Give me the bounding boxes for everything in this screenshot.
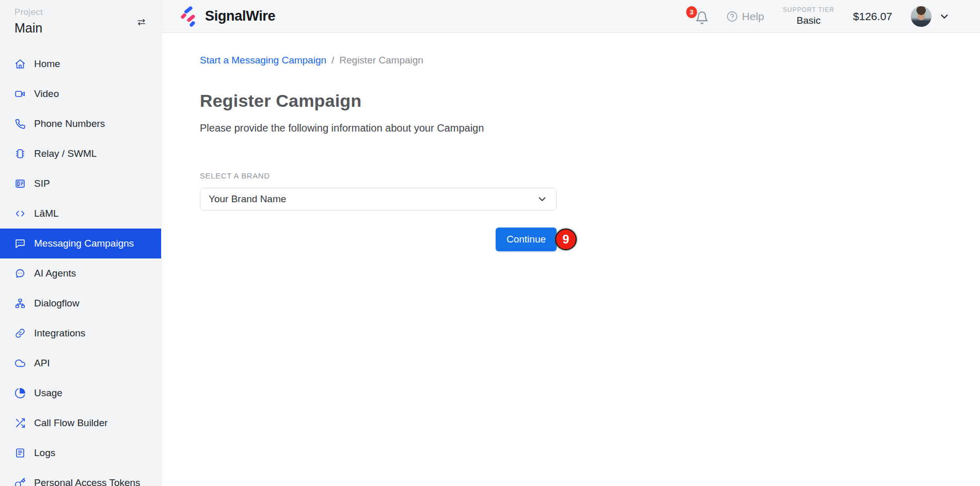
- home-icon: [14, 58, 26, 70]
- support-tier-value: Basic: [783, 15, 834, 26]
- brand-name: SignalWire: [205, 8, 275, 24]
- key-icon: [14, 477, 26, 486]
- sidebar-item-label: Logs: [34, 447, 55, 459]
- phone-icon: [14, 118, 26, 129]
- sidebar-item-call-flow-builder[interactable]: Call Flow Builder: [0, 408, 161, 438]
- sidebar-item-label: SIP: [34, 178, 50, 189]
- account-menu-chevron[interactable]: [939, 11, 950, 22]
- shuffle-icon: [14, 417, 26, 429]
- code-icon: [14, 208, 26, 219]
- sidebar-item-api[interactable]: API: [0, 348, 161, 378]
- pie-icon: [14, 387, 26, 399]
- sidebar-item-sip[interactable]: SIP: [0, 169, 161, 199]
- cloud-icon: [14, 358, 26, 369]
- sidebar-item-label: Dialogflow: [34, 298, 80, 309]
- page-title: Register Campaign: [200, 91, 980, 111]
- chevron-down-icon: [939, 11, 950, 22]
- project-name: Main: [14, 21, 43, 36]
- help-button[interactable]: Help: [726, 10, 764, 23]
- video-icon: [14, 88, 26, 100]
- sidebar-item-label: Personal Access Tokens: [34, 477, 140, 486]
- sidebar-item-label: API: [34, 358, 50, 369]
- chat-square-icon: [14, 238, 26, 249]
- breadcrumb-link-start-campaign[interactable]: Start a Messaging Campaign: [200, 55, 326, 66]
- switch-project-icon[interactable]: [134, 17, 149, 28]
- help-label: Help: [742, 10, 764, 23]
- sidebar-item-label: Video: [34, 88, 59, 100]
- sidebar-item-label: LāML: [34, 208, 59, 219]
- sidebar: Project Main Home Video Phone Numbers Re…: [0, 0, 162, 486]
- breadcrumb: Start a Messaging Campaign / Register Ca…: [200, 55, 980, 66]
- sidebar-item-label: Usage: [34, 387, 62, 399]
- support-tier-label: SUPPORT TIER: [783, 6, 834, 13]
- notifications-button[interactable]: 3: [693, 8, 709, 25]
- chip-icon: [14, 148, 26, 159]
- sidebar-item-integrations[interactable]: Integrations: [0, 318, 161, 348]
- brand-select[interactable]: Your Brand Name: [200, 188, 557, 210]
- breadcrumb-separator: /: [331, 55, 334, 66]
- brand-select-value: Your Brand Name: [209, 193, 286, 205]
- sidebar-item-label: Integrations: [34, 328, 85, 339]
- sidebar-item-home[interactable]: Home: [0, 49, 161, 79]
- main-content: Start a Messaging Campaign / Register Ca…: [162, 33, 980, 486]
- sidebar-item-label: AI Agents: [34, 268, 76, 279]
- project-block: Project Main: [0, 0, 161, 36]
- select-chevron-down-icon: [536, 193, 548, 205]
- continue-button[interactable]: Continue: [496, 228, 557, 251]
- sidebar-item-label: Relay / SWML: [34, 148, 97, 159]
- sidebar-item-label: Call Flow Builder: [34, 417, 108, 429]
- link-icon: [14, 328, 26, 339]
- sidebar-item-usage[interactable]: Usage: [0, 378, 161, 408]
- chat-round-icon: [14, 268, 26, 279]
- support-tier: SUPPORT TIER Basic: [783, 6, 834, 26]
- deskphone-icon: [14, 178, 26, 189]
- sidebar-nav: Home Video Phone Numbers Relay / SWML SI…: [0, 49, 161, 486]
- sidebar-item-logs[interactable]: Logs: [0, 438, 161, 468]
- avatar[interactable]: [911, 6, 931, 27]
- annotation-marker-9: 9: [555, 229, 577, 250]
- top-header: SignalWire 3 Help SUPPORT TIER: [162, 0, 980, 33]
- sidebar-item-laml[interactable]: LāML: [0, 199, 161, 229]
- sidebar-item-video[interactable]: Video: [0, 79, 161, 109]
- page-subtitle: Please provide the following information…: [200, 122, 980, 134]
- sidebar-item-messaging-campaigns[interactable]: Messaging Campaigns: [0, 229, 161, 258]
- sidebar-item-label: Phone Numbers: [34, 118, 105, 129]
- sidebar-item-ai-agents[interactable]: AI Agents: [0, 258, 161, 288]
- sidebar-item-dialogflow[interactable]: Dialogflow: [0, 288, 161, 318]
- register-campaign-form: SELECT A BRAND Your Brand Name Continue …: [200, 171, 557, 251]
- help-icon: [726, 11, 738, 22]
- journal-icon: [14, 447, 26, 459]
- sidebar-item-relay-swml[interactable]: Relay / SWML: [0, 139, 161, 169]
- sitemap-icon: [14, 298, 26, 309]
- signalwire-logo[interactable]: SignalWire: [177, 5, 275, 28]
- sidebar-item-label: Messaging Campaigns: [34, 238, 134, 249]
- breadcrumb-current: Register Campaign: [339, 55, 423, 66]
- sidebar-item-label: Home: [34, 58, 60, 70]
- sidebar-item-phone-numbers[interactable]: Phone Numbers: [0, 109, 161, 139]
- account-balance: $126.07: [853, 10, 892, 23]
- signalwire-logo-icon: [177, 5, 199, 28]
- brand-select-label: SELECT A BRAND: [200, 171, 557, 180]
- sidebar-item-personal-access-tokens[interactable]: Personal Access Tokens: [0, 468, 161, 486]
- bell-icon: [695, 11, 709, 25]
- project-label: Project: [14, 7, 43, 18]
